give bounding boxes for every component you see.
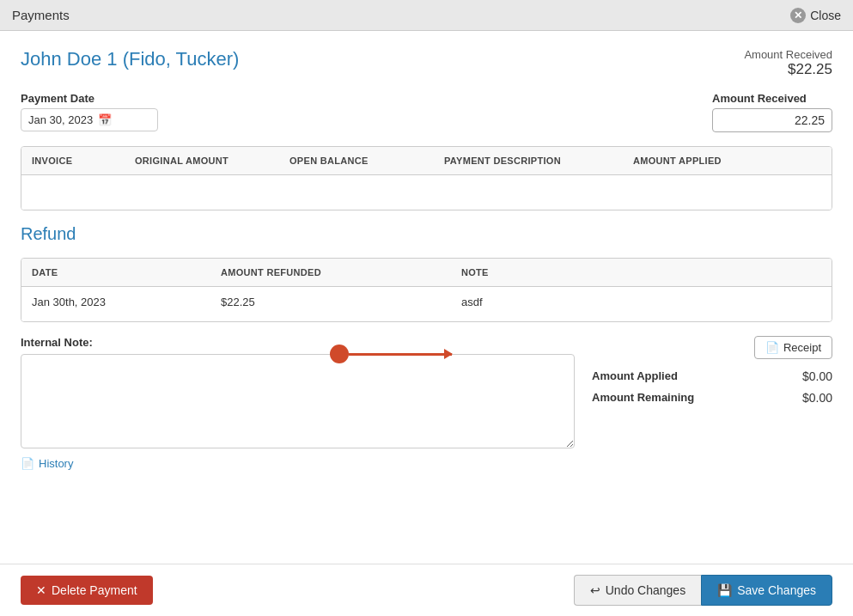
amount-remaining-label: Amount Remaining — [592, 391, 694, 406]
arrow-circle — [330, 345, 349, 363]
arrow-line — [349, 353, 452, 356]
invoice-col-original-amount: Original Amount — [135, 156, 289, 166]
amount-applied-row: Amount Applied $0.00 — [592, 366, 832, 387]
title-bar: Payments ✕ Close — [0, 0, 853, 31]
undo-label: Undo Changes — [606, 583, 685, 597]
refund-col-note: Note — [461, 267, 821, 278]
invoice-table: Invoice Original Amount Open Balance Pay… — [21, 146, 832, 210]
footer: ✕ Delete Payment ↩ Undo Changes 💾 Save C… — [0, 564, 853, 616]
internal-note-textarea[interactable] — [21, 354, 575, 448]
patient-name: John Doe 1 (Fido, Tucker) — [21, 48, 239, 70]
totals-table: Amount Applied $0.00 Amount Remaining $0… — [592, 366, 832, 409]
refund-table: Date Amount Refunded Note Jan 30th, 2023… — [21, 258, 832, 322]
arrow-annotation — [330, 345, 452, 363]
payment-date-input[interactable]: Jan 30, 2023 📅 — [21, 108, 158, 131]
invoice-col-invoice: Invoice — [32, 156, 135, 166]
payment-date-label: Payment Date — [21, 92, 158, 105]
amount-remaining-row: Amount Remaining $0.00 — [592, 387, 832, 409]
window-title: Payments — [12, 8, 70, 22]
internal-note-section: Internal Note: 📄 History — [21, 336, 575, 470]
main-content: John Doe 1 (Fido, Tucker) Amount Receive… — [0, 31, 853, 564]
payment-date-value: Jan 30, 2023 — [28, 113, 93, 126]
undo-changes-button[interactable]: ↩ Undo Changes — [574, 575, 701, 606]
payment-date-group: Payment Date Jan 30, 2023 📅 — [21, 92, 158, 131]
receipt-button[interactable]: 📄 Receipt — [754, 336, 832, 359]
refund-section: Refund — [21, 224, 832, 244]
history-label: History — [39, 457, 73, 470]
refund-table-header: Date Amount Refunded Note — [21, 259, 832, 287]
receipt-icon: 📄 — [765, 341, 779, 354]
payment-form-row: Payment Date Jan 30, 2023 📅 Amount Recei… — [21, 92, 832, 132]
internal-note-label: Internal Note: — [21, 336, 575, 349]
history-link[interactable]: 📄 History — [21, 457, 575, 470]
refund-title: Refund — [21, 224, 832, 244]
refund-col-amount-refunded: Amount Refunded — [221, 267, 461, 278]
close-label: Close — [810, 9, 841, 22]
amount-received-header-label: Amount Received — [744, 48, 832, 61]
amount-applied-value: $0.00 — [781, 369, 832, 383]
invoice-table-header: Invoice Original Amount Open Balance Pay… — [21, 147, 832, 175]
invoice-col-payment-description: Payment Description — [444, 156, 633, 166]
refund-col-date: Date — [32, 267, 221, 278]
refund-note: asdf — [461, 296, 821, 308]
save-label: Save Changes — [737, 583, 816, 597]
amount-received-input[interactable]: 22.25 — [712, 108, 832, 132]
refund-table-body: Jan 30th, 2023 $22.25 asdf — [21, 287, 832, 321]
invoice-table-body — [21, 175, 832, 210]
footer-right: ↩ Undo Changes 💾 Save Changes — [574, 575, 832, 606]
amount-received-header: Amount Received $22.25 — [744, 48, 832, 78]
header-row: John Doe 1 (Fido, Tucker) Amount Receive… — [21, 48, 832, 78]
close-button[interactable]: ✕ Close — [790, 8, 841, 23]
refund-date: Jan 30th, 2023 — [32, 296, 221, 308]
save-changes-button[interactable]: 💾 Save Changes — [701, 575, 832, 606]
amount-applied-label: Amount Applied — [592, 369, 678, 384]
right-panel: 📄 Receipt Amount Applied $0.00 Amount Re… — [592, 336, 832, 409]
amount-received-header-value: $22.25 — [744, 61, 832, 78]
close-icon: ✕ — [790, 8, 806, 23]
invoice-col-open-balance: Open Balance — [289, 156, 444, 166]
undo-icon: ↩ — [590, 583, 600, 597]
amount-received-group: Amount Received 22.25 — [712, 92, 832, 132]
payments-window: Payments ✕ Close John Doe 1 (Fido, Tucke… — [0, 0, 853, 616]
delete-icon: ✕ — [36, 583, 46, 597]
table-row: Jan 30th, 2023 $22.25 asdf — [21, 287, 832, 317]
bottom-section: Internal Note: 📄 History 📄 Receipt Amoun… — [21, 336, 832, 470]
refund-amount: $22.25 — [221, 296, 461, 308]
amount-received-label: Amount Received — [712, 92, 832, 105]
amount-remaining-value: $0.00 — [781, 391, 832, 405]
history-icon: 📄 — [21, 457, 34, 470]
calendar-icon[interactable]: 📅 — [98, 113, 112, 126]
save-icon: 💾 — [717, 583, 732, 597]
receipt-label: Receipt — [783, 341, 821, 354]
invoice-col-amount-applied: Amount Applied — [633, 156, 821, 166]
delete-label: Delete Payment — [52, 583, 137, 597]
delete-payment-button[interactable]: ✕ Delete Payment — [21, 576, 153, 605]
